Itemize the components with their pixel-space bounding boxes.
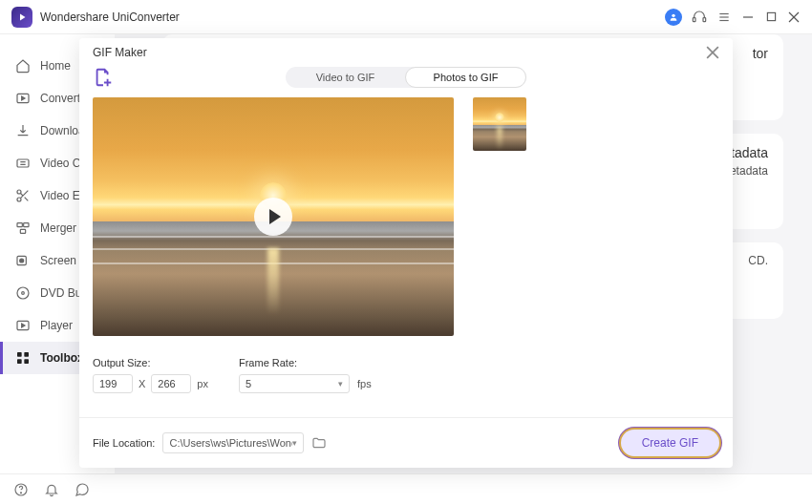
svg-point-20 (22, 292, 25, 295)
svg-rect-11 (17, 159, 29, 167)
close-button[interactable] (787, 10, 801, 24)
thumbnail[interactable] (473, 97, 526, 151)
px-label: px (197, 378, 208, 389)
add-file-button[interactable] (93, 67, 114, 88)
tab-photos-to-gif[interactable]: Photos to GIF (405, 67, 526, 88)
frame-rate-select[interactable]: 5 ▾ (239, 374, 350, 393)
svg-point-13 (17, 198, 21, 201)
file-location-label: File Location: (93, 437, 155, 449)
svg-point-0 (672, 13, 674, 16)
frame-rate-label: Frame Rate: (239, 357, 372, 368)
fps-label: fps (357, 378, 372, 389)
svg-rect-16 (20, 229, 25, 233)
menu-icon[interactable] (716, 10, 732, 25)
app-title: Wondershare UniConverter (40, 10, 180, 24)
output-width-input[interactable] (93, 374, 133, 393)
output-size-label: Output Size: (93, 357, 208, 368)
open-folder-button[interactable] (311, 435, 327, 451)
svg-rect-25 (24, 359, 29, 364)
tab-video-to-gif[interactable]: Video to GIF (286, 67, 405, 88)
mode-segmented: Video to GIF Photos to GIF (286, 67, 526, 88)
svg-rect-2 (703, 17, 706, 21)
compressor-icon (15, 156, 31, 171)
svg-point-18 (20, 259, 24, 262)
file-location-select[interactable]: C:\Users\ws\Pictures\Wonders ▾ (162, 432, 304, 453)
svg-rect-23 (24, 352, 29, 357)
scissors-icon (15, 188, 31, 203)
svg-rect-15 (24, 223, 29, 227)
modal-title: GIF Maker (93, 46, 147, 59)
svg-rect-14 (17, 223, 22, 227)
sidebar-item-label: Toolbox (40, 351, 84, 365)
svg-rect-24 (17, 359, 22, 364)
multiply-label: X (139, 378, 145, 389)
svg-rect-22 (17, 352, 22, 357)
svg-point-27 (20, 492, 21, 493)
sidebar-item-label: Merger (40, 221, 76, 235)
toolbox-icon (15, 350, 31, 366)
headset-icon[interactable] (692, 10, 707, 25)
disc-icon (15, 285, 31, 301)
merger-icon (15, 220, 31, 236)
thumbnail-list (473, 97, 719, 336)
converter-icon (15, 91, 31, 106)
app-logo (11, 7, 32, 28)
play-icon (15, 318, 31, 333)
svg-rect-1 (693, 17, 695, 21)
create-gif-button[interactable]: Create GIF (621, 430, 719, 456)
recorder-icon (15, 253, 31, 268)
modal-close-button[interactable] (706, 46, 719, 59)
preview-pane (93, 97, 454, 336)
footer (0, 473, 812, 504)
chevron-down-icon: ▾ (292, 438, 297, 448)
titlebar: Wondershare UniConverter (0, 0, 812, 34)
svg-point-12 (17, 190, 21, 194)
chevron-down-icon: ▾ (338, 379, 343, 388)
download-icon (15, 123, 31, 138)
feedback-icon[interactable] (75, 482, 90, 497)
minimize-button[interactable] (741, 10, 755, 24)
file-location-value: C:\Users\ws\Pictures\Wonders (169, 437, 292, 449)
home-icon (15, 58, 31, 74)
help-icon[interactable] (13, 482, 29, 497)
bell-icon[interactable] (44, 482, 59, 497)
user-avatar[interactable] (665, 9, 682, 26)
gif-maker-modal: GIF Maker Video to GIF Photos to GIF (79, 38, 733, 468)
sidebar-item-label: Home (40, 59, 71, 73)
play-button[interactable] (254, 198, 292, 236)
sidebar-item-label: Player (40, 319, 73, 332)
output-height-input[interactable] (151, 374, 191, 393)
frame-rate-value: 5 (246, 378, 251, 389)
svg-rect-7 (767, 12, 775, 20)
svg-point-19 (17, 287, 29, 299)
maximize-button[interactable] (764, 10, 778, 24)
